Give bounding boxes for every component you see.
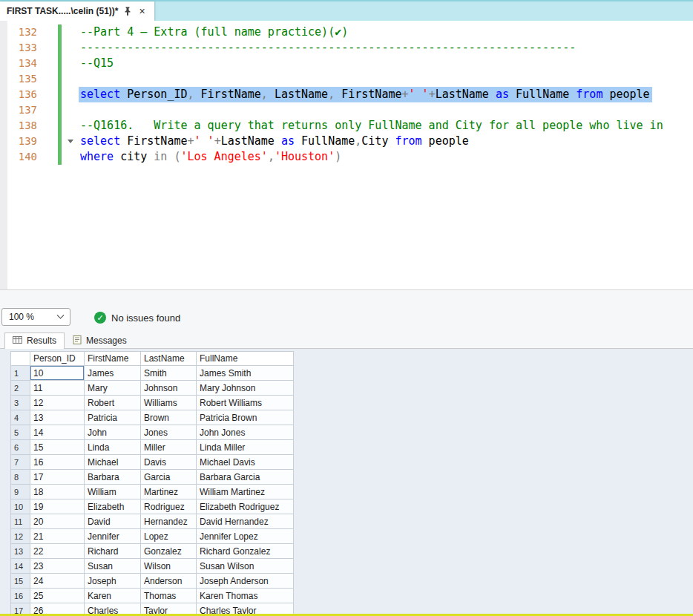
grid-cell[interactable]: William bbox=[85, 485, 141, 499]
row-header[interactable]: 14 bbox=[11, 559, 30, 574]
grid-cell[interactable]: Joseph Anderson bbox=[197, 574, 294, 589]
grid-cell[interactable]: Elizabeth Rodriguez bbox=[197, 499, 294, 514]
grid-cell[interactable]: Martinez bbox=[141, 485, 197, 499]
grid-cell[interactable]: Richard Gonzalez bbox=[197, 544, 294, 559]
grid-cell[interactable]: 14 bbox=[30, 425, 85, 440]
grid-cell[interactable]: 25 bbox=[30, 589, 85, 603]
row-header[interactable]: 3 bbox=[11, 396, 30, 410]
grid-cell[interactable]: 24 bbox=[30, 574, 85, 589]
code-line-137[interactable]: 137 bbox=[0, 102, 693, 118]
grid-cell[interactable]: 12 bbox=[30, 396, 85, 410]
grid-cell[interactable]: Linda Miller bbox=[197, 440, 294, 455]
grid-cell[interactable]: Susan Wilson bbox=[197, 559, 294, 574]
code-line-139[interactable]: 139select FirstName+' '+LastName as Full… bbox=[0, 134, 693, 149]
column-header-fullname[interactable]: FullName bbox=[197, 352, 294, 366]
grid-cell[interactable]: Michael Davis bbox=[197, 455, 294, 470]
row-header[interactable]: 9 bbox=[11, 485, 30, 499]
code-line-133[interactable]: 133-------------------------------------… bbox=[0, 40, 693, 56]
row-header[interactable]: 4 bbox=[11, 410, 30, 425]
grid-cell[interactable]: Elizabeth bbox=[85, 499, 141, 514]
grid-cell[interactable]: Thomas bbox=[141, 589, 197, 603]
grid-cell[interactable]: Wilson bbox=[141, 559, 197, 574]
grid-cell[interactable]: 15 bbox=[30, 440, 85, 455]
grid-cell[interactable]: Garcia bbox=[141, 470, 197, 485]
grid-cell[interactable]: Linda bbox=[85, 440, 141, 455]
grid-cell[interactable]: William Martinez bbox=[197, 485, 294, 499]
row-header[interactable]: 5 bbox=[11, 425, 30, 440]
code-line-138[interactable]: 138--Q1616. Write a query that returns o… bbox=[0, 118, 693, 134]
grid-cell[interactable]: Miller bbox=[141, 440, 197, 455]
column-header-firstname[interactable]: FirstName bbox=[85, 352, 141, 366]
grid-cell[interactable]: Charles bbox=[85, 603, 141, 615]
grid-cell[interactable]: Karen Thomas bbox=[197, 589, 294, 603]
row-header[interactable]: 7 bbox=[11, 455, 30, 470]
row-header[interactable]: 16 bbox=[11, 589, 30, 603]
grid-cell[interactable]: 13 bbox=[30, 410, 85, 425]
grid-cell[interactable]: Mary Johnson bbox=[197, 381, 294, 396]
grid-cell[interactable]: 23 bbox=[30, 559, 85, 574]
grid-cell[interactable]: John bbox=[85, 425, 141, 440]
column-header-lastname[interactable]: LastName bbox=[141, 352, 197, 366]
document-tab[interactable]: FIRST TASK.....\celin (51))* × bbox=[0, 1, 154, 21]
code-line-134[interactable]: 134--Q15 bbox=[0, 56, 693, 71]
row-header[interactable]: 11 bbox=[11, 514, 30, 529]
grid-cell[interactable]: Jennifer Lopez bbox=[197, 529, 294, 544]
grid-cell[interactable]: 22 bbox=[30, 544, 85, 559]
grid-cell[interactable]: Hernandez bbox=[141, 514, 197, 529]
column-header-person_id[interactable]: Person_ID bbox=[30, 352, 85, 366]
zoom-combobox[interactable]: 100 % bbox=[1, 308, 70, 326]
row-header[interactable]: 8 bbox=[11, 470, 30, 485]
grid-cell[interactable]: Richard bbox=[85, 544, 141, 559]
code-editor[interactable]: 132--Part 4 – Extra (full name practice)… bbox=[0, 21, 693, 289]
code-line-132[interactable]: 132--Part 4 – Extra (full name practice)… bbox=[0, 24, 693, 40]
grid-cell[interactable]: Johnson bbox=[141, 381, 197, 396]
grid-cell[interactable]: Patricia Brown bbox=[197, 410, 294, 425]
code-line-140[interactable]: 140where city in ('Los Angeles','Houston… bbox=[0, 149, 693, 165]
grid-cell[interactable]: Robert Williams bbox=[197, 396, 294, 410]
grid-cell[interactable]: Brown bbox=[141, 410, 197, 425]
collapse-chevron-icon[interactable] bbox=[62, 134, 79, 149]
row-header[interactable]: 13 bbox=[11, 544, 30, 559]
grid-cell[interactable]: Anderson bbox=[141, 574, 197, 589]
pin-icon[interactable] bbox=[124, 7, 131, 16]
grid-cell[interactable]: James Smith bbox=[197, 366, 294, 381]
grid-cell[interactable]: Jones bbox=[141, 425, 197, 440]
code-line-135[interactable]: 135 bbox=[0, 71, 693, 87]
grid-cell[interactable]: Michael bbox=[85, 455, 141, 470]
grid-cell[interactable]: Barbara bbox=[85, 470, 141, 485]
grid-cell[interactable]: Lopez bbox=[141, 529, 197, 544]
grid-cell[interactable]: David Hernandez bbox=[197, 514, 294, 529]
grid-cell[interactable]: 17 bbox=[30, 470, 85, 485]
grid-cell[interactable]: 18 bbox=[30, 485, 85, 499]
grid-cell[interactable]: Davis bbox=[141, 455, 197, 470]
grid-cell[interactable]: Taylor bbox=[141, 603, 197, 615]
grid-cell[interactable]: Jennifer bbox=[85, 529, 141, 544]
grid-cell[interactable]: Robert bbox=[85, 396, 141, 410]
grid-cell[interactable]: Smith bbox=[141, 366, 197, 381]
row-header[interactable]: 1 bbox=[11, 366, 30, 381]
grid-cell[interactable]: Charles Taylor bbox=[197, 603, 294, 615]
grid-cell[interactable]: 20 bbox=[30, 514, 85, 529]
grid-cell[interactable]: Barbara Garcia bbox=[197, 470, 294, 485]
grid-cell[interactable]: Susan bbox=[85, 559, 141, 574]
grid-cell[interactable]: Patricia bbox=[85, 410, 141, 425]
grid-cell[interactable]: 16 bbox=[30, 455, 85, 470]
row-header[interactable]: 2 bbox=[11, 381, 30, 396]
row-header[interactable]: 17 bbox=[11, 603, 30, 615]
grid-cell[interactable]: Gonzalez bbox=[141, 544, 197, 559]
code-line-136[interactable]: 136select Person_ID, FirstName, LastName… bbox=[0, 87, 693, 102]
grid-cell[interactable]: 21 bbox=[30, 529, 85, 544]
grid-corner-cell[interactable] bbox=[11, 352, 30, 366]
grid-cell[interactable]: Joseph bbox=[85, 574, 141, 589]
row-header[interactable]: 15 bbox=[11, 574, 30, 589]
grid-cell[interactable]: 11 bbox=[30, 381, 85, 396]
grid-cell[interactable]: Rodriguez bbox=[141, 499, 197, 514]
grid-cell[interactable]: Karen bbox=[85, 589, 141, 603]
tab-messages[interactable]: Messages bbox=[65, 332, 135, 348]
grid-cell[interactable]: Williams bbox=[141, 396, 197, 410]
grid-cell[interactable]: 19 bbox=[30, 499, 85, 514]
grid-cell[interactable]: James bbox=[85, 366, 141, 381]
row-header[interactable]: 10 bbox=[11, 499, 30, 514]
close-icon[interactable]: × bbox=[137, 6, 146, 16]
grid-cell[interactable]: David bbox=[85, 514, 141, 529]
